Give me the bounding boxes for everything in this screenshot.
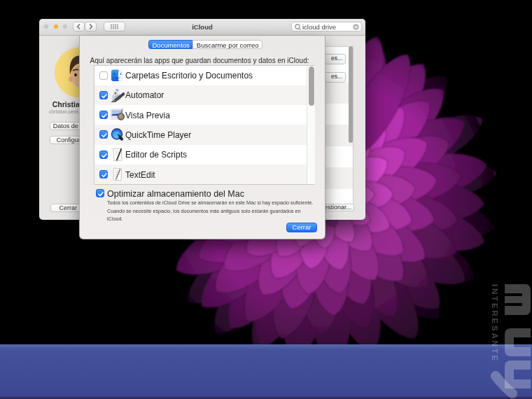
svg-text:INTERESANTE: INTERESANTE <box>491 284 499 363</box>
